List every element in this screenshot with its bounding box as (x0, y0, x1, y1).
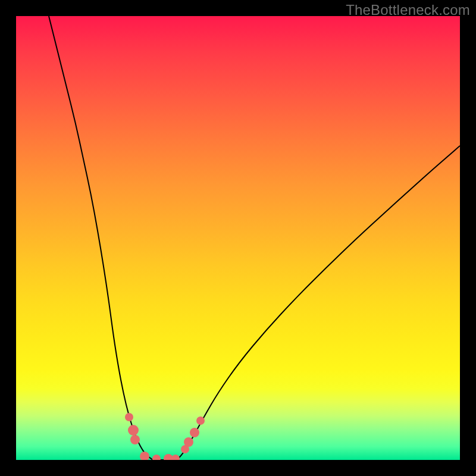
curve-overlay (16, 16, 460, 460)
curve-left-branch (49, 16, 153, 460)
curve-right-branch (177, 146, 460, 460)
plot-area (16, 16, 460, 460)
watermark-text: TheBottleneck.com (346, 2, 470, 18)
highlight-dot (125, 413, 133, 421)
highlight-dot (128, 425, 139, 436)
highlight-dot (130, 435, 140, 444)
highlight-dot (184, 437, 193, 447)
chart-container: TheBottleneck.com (0, 0, 476, 476)
highlight-dot (152, 455, 161, 460)
highlight-dot (196, 416, 205, 425)
highlight-dot (140, 452, 149, 460)
highlight-dot (171, 455, 180, 460)
highlight-dot (190, 428, 199, 437)
